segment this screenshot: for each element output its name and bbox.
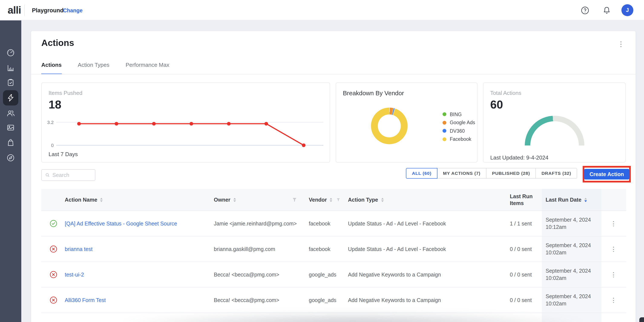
sort-icon[interactable] — [100, 198, 103, 202]
total-actions-label: Total Actions — [490, 90, 521, 96]
action-name-link[interactable]: brianna test — [65, 246, 93, 252]
header-last-run-date[interactable]: Last Run Date — [542, 189, 602, 211]
status-error-icon — [50, 271, 58, 279]
change-workspace-link[interactable]: Change — [63, 8, 83, 14]
vendor-legend: BING Google Ads DV360 Facebook — [442, 110, 475, 143]
row-status-cell — [41, 245, 58, 253]
sidebar-item-explore[interactable] — [3, 150, 18, 165]
vendor-cell: google_ads — [302, 272, 344, 278]
owner-cell: brianna.gaskill@pmg.com — [208, 246, 302, 252]
last-run-items-cell: 0 / 0 sent — [493, 246, 542, 252]
items-pushed-label: Items Pushed — [48, 90, 82, 96]
items-pushed-footer: Last 7 Days — [48, 151, 78, 158]
sidebar-item-audiences[interactable] — [3, 106, 18, 121]
header-owner[interactable]: Owner — [208, 197, 302, 203]
clipboard-check-icon — [6, 78, 15, 87]
create-action-highlight-annotation: Create Action — [583, 166, 631, 182]
filter-my-actions[interactable]: MY ACTIONS (7) — [438, 168, 486, 178]
sort-icon-active-desc[interactable] — [584, 198, 587, 202]
search-icon — [45, 173, 50, 177]
sidebar-item-tasks[interactable] — [3, 75, 18, 90]
total-actions-footer: Last Updated: 9-4-2024 — [490, 155, 548, 161]
create-action-button[interactable]: Create Action — [584, 169, 630, 179]
table-row: September 4, 2024 — [41, 313, 626, 322]
legend-item-facebook: Facebook — [442, 135, 475, 143]
header-action-name[interactable]: Action Name — [58, 197, 208, 203]
table-row: test-ui-2 Becca! <becca@pmg.com> google_… — [41, 262, 626, 288]
row-status-cell — [41, 296, 58, 304]
items-pushed-card: Items Pushed 18 3.20 Last 7 Days — [41, 83, 330, 162]
action-name-link[interactable]: Alli360 Form Test — [65, 297, 106, 303]
action-name-link[interactable]: test-ui-2 — [65, 272, 84, 278]
row-status-cell — [41, 219, 58, 228]
tabs-divider — [31, 74, 636, 74]
svg-text:3.2: 3.2 — [47, 120, 54, 125]
filter-funnel-icon[interactable] — [337, 197, 340, 202]
compass-icon — [6, 154, 15, 162]
action-type-cell: Update Status - Ad - Ad Level - Facebook — [344, 246, 493, 252]
shopping-bag-icon — [6, 138, 15, 147]
filter-funnel-icon[interactable] — [292, 197, 297, 202]
sort-icon[interactable] — [381, 198, 384, 202]
app-root: alli Playground Change J — [0, 0, 644, 322]
filter-button-group: ALL (60) MY ACTIONS (7) PUBLISHED (28) D… — [406, 168, 577, 178]
vendor-breakdown-title: Breakdown By Vendor — [343, 90, 404, 97]
logo-divider — [24, 5, 25, 16]
page-title: Actions — [41, 38, 74, 48]
bottom-right-corner-element — [639, 317, 644, 322]
sidebar-item-actions[interactable] — [3, 90, 18, 106]
tab-actions[interactable]: Actions — [41, 62, 62, 74]
notifications-bell-icon[interactable] — [602, 6, 611, 15]
table-row: [QA] Ad Effective Status - Google Sheet … — [41, 211, 626, 236]
status-error-icon — [50, 245, 58, 253]
sidebar-item-reports[interactable] — [3, 60, 18, 76]
vendor-donut-chart — [371, 108, 408, 144]
tab-performance-max[interactable]: Performance Max — [126, 62, 169, 74]
search-input[interactable] — [52, 172, 92, 178]
lightning-icon — [6, 94, 15, 102]
table-row: brianna test brianna.gaskill@pmg.com fac… — [41, 236, 626, 262]
vendor-breakdown-card: Breakdown By Vendor BING Google Ads DV36… — [336, 83, 478, 162]
sidebar-item-dashboard[interactable] — [3, 45, 18, 60]
legend-item-dv360: DV360 — [442, 127, 475, 135]
sidebar-item-shopping[interactable] — [3, 135, 18, 150]
legend-dot-google-ads — [442, 121, 446, 125]
total-actions-gauge — [525, 116, 584, 146]
actions-page-card: Actions ⋮ Actions Action Types Performan… — [31, 31, 636, 322]
legend-dot-facebook — [442, 137, 446, 141]
filter-drafts[interactable]: DRAFTS (32) — [536, 168, 577, 178]
page-kebab-menu-icon[interactable]: ⋮ — [618, 41, 624, 47]
owner-cell: Becca! <becca@pmg.com> — [208, 297, 302, 303]
sidebar-item-creative[interactable] — [3, 120, 18, 135]
workspace-label: Playground — [32, 7, 64, 14]
sort-icon[interactable] — [330, 198, 332, 202]
alli-logo: alli — [8, 4, 21, 16]
search-box[interactable] — [41, 169, 96, 181]
row-status-cell — [41, 271, 58, 279]
table-toolbar: ALL (60) MY ACTIONS (7) PUBLISHED (28) D… — [41, 166, 628, 184]
action-name-link[interactable]: [QA] Ad Effective Status - Google Sheet … — [65, 221, 177, 226]
dashboard-gauge-icon — [6, 48, 15, 57]
vendor-cell: facebook — [302, 221, 344, 226]
row-kebab-menu-icon[interactable]: ⋮ — [610, 272, 617, 277]
filter-all[interactable]: ALL (60) — [406, 168, 438, 178]
image-icon — [6, 123, 15, 132]
sidebar-nav — [0, 20, 21, 322]
tab-action-types[interactable]: Action Types — [78, 62, 109, 74]
action-type-cell: Update Status - Ad - Ad Level - Facebook — [344, 221, 493, 226]
page-tabs: Actions Action Types Performance Max — [41, 62, 169, 74]
status-error-icon — [50, 296, 58, 304]
row-kebab-menu-icon[interactable]: ⋮ — [610, 221, 617, 226]
help-icon[interactable] — [580, 6, 590, 15]
user-avatar[interactable]: J — [622, 4, 633, 16]
sort-icon[interactable] — [234, 198, 236, 202]
header-last-run-items: Last Run Items — [493, 193, 542, 206]
row-kebab-menu-icon[interactable]: ⋮ — [610, 246, 617, 252]
header-vendor[interactable]: Vendor — [302, 197, 344, 203]
filter-published[interactable]: PUBLISHED (28) — [486, 168, 536, 178]
vendor-cell: facebook — [302, 246, 344, 252]
header-action-type[interactable]: Action Type — [344, 197, 493, 203]
stat-cards-row: Items Pushed 18 3.20 Last 7 Days Breakdo… — [41, 83, 626, 162]
table-header-row: Action Name Owner Vendor Action Typ — [41, 189, 626, 211]
row-kebab-menu-icon[interactable]: ⋮ — [610, 297, 617, 303]
